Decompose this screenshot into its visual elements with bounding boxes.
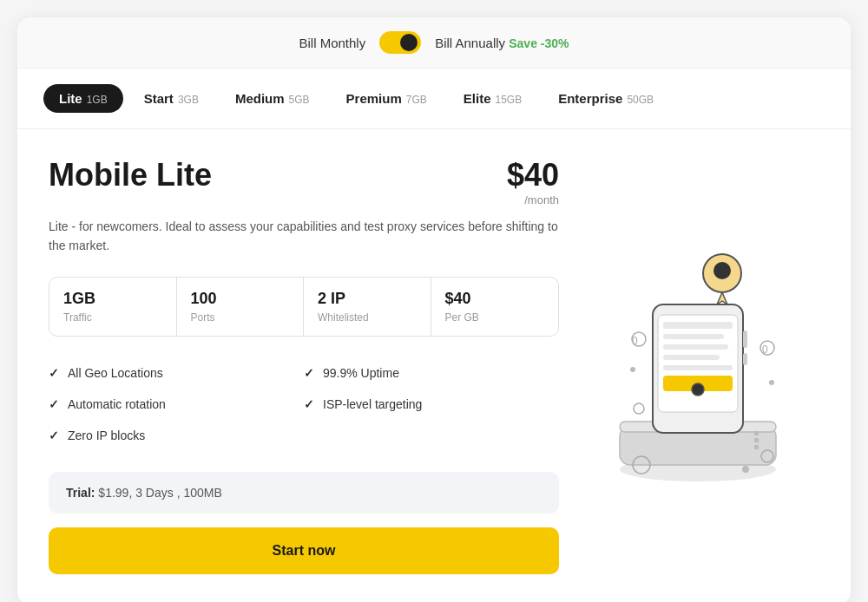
tab-elite[interactable]: Elite 15GB [448,84,537,113]
main-content: Mobile Lite $40 /month Lite - for newcom… [17,129,851,602]
tab-premium-name: Premium [346,91,402,106]
svg-point-26 [742,466,749,473]
toggle-knob [400,34,418,51]
plan-title: Mobile Lite [49,157,212,193]
svg-text:0: 0 [762,344,768,356]
svg-rect-3 [754,431,759,435]
tab-medium[interactable]: Medium 5GB [220,84,326,113]
tab-premium-size: 7GB [406,94,427,106]
stats-grid: 1GB Traffic 100 Ports 2 IP Whitelisted $… [49,277,559,337]
feature-geo-text: All Geo Locations [68,366,163,380]
plan-price-block: $40 /month [507,157,559,206]
svg-rect-15 [743,330,747,348]
stat-pergb: $40 Per GB [431,278,559,336]
svg-point-24 [630,367,635,372]
stat-ports-label: Ports [191,311,290,324]
bill-annually-label: Bill Annually Save -30% [435,36,569,50]
trial-details: $1.99, 3 Days , 100MB [98,486,221,500]
svg-rect-10 [663,344,728,350]
feature-empty [304,420,559,451]
left-content: Mobile Lite $40 /month Lite - for newcom… [49,157,559,574]
svg-rect-11 [663,355,720,360]
plan-description: Lite - for newcomers. Ideal to assess yo… [49,217,559,256]
feature-uptime: ✓ 99.9% Uptime [304,357,559,389]
pricing-card: Bill Monthly Bill Annually Save -30% Lit… [17,17,851,602]
svg-rect-12 [663,365,733,370]
svg-rect-5 [754,445,759,449]
plan-tabs: Lite 1GB Start 3GB Medium 5GB Premium 7G… [17,69,851,129]
svg-point-25 [769,380,774,385]
feature-isp-text: ISP-level targeting [323,397,422,411]
svg-rect-9 [663,334,724,339]
start-button[interactable]: Start now [49,527,559,574]
stat-pergb-value: $40 [445,290,545,308]
svg-point-20 [634,403,644,414]
trial-label: Trial: [66,486,95,500]
stat-traffic-value: 1GB [63,290,162,308]
feature-uptime-text: 99.9% Uptime [323,366,399,380]
check-icon-uptime: ✓ [304,366,314,380]
tab-medium-size: 5GB [289,94,310,106]
tab-lite[interactable]: Lite 1GB [43,84,123,113]
stat-whitelisted: 2 IP Whitelisted [304,278,431,336]
tab-elite-name: Elite [464,91,491,106]
billing-toggle[interactable] [379,31,421,54]
features-grid: ✓ All Geo Locations ✓ 99.9% Uptime ✓ Aut… [49,357,559,451]
check-icon-rotation: ✓ [49,397,59,411]
tab-lite-size: 1GB [87,94,108,106]
tab-elite-size: 15GB [495,94,522,106]
svg-rect-16 [743,353,747,365]
svg-rect-8 [663,322,733,329]
stat-whitelisted-label: Whitelisted [318,311,417,324]
tab-enterprise-size: 50GB [627,94,654,106]
phone-illustration: 0 0 [594,235,802,495]
stat-pergb-label: Per GB [445,311,545,324]
svg-point-18 [713,262,731,279]
check-icon-geo: ✓ [49,366,59,380]
stat-whitelisted-value: 2 IP [318,290,417,308]
feature-isp: ✓ ISP-level targeting [304,389,559,420]
tab-medium-name: Medium [235,91,285,106]
billing-bar: Bill Monthly Bill Annually Save -30% [17,17,851,69]
svg-rect-7 [658,315,738,412]
tab-start-size: 3GB [178,94,199,106]
feature-rotation: ✓ Automatic rotation [49,389,304,420]
tab-lite-name: Lite [59,91,82,106]
stat-ports: 100 Ports [177,278,305,336]
svg-text:0: 0 [632,335,638,347]
stat-traffic-label: Traffic [63,311,162,324]
check-icon-isp: ✓ [304,397,314,411]
plan-header: Mobile Lite $40 /month [49,157,559,206]
feature-geo: ✓ All Geo Locations [49,357,304,389]
svg-rect-4 [754,438,759,442]
tab-premium[interactable]: Premium 7GB [331,84,443,113]
bill-monthly-label: Bill Monthly [299,36,365,50]
feature-ipblocks-text: Zero IP blocks [68,429,145,442]
tab-enterprise[interactable]: Enterprise 50GB [542,84,669,113]
price-period: /month [507,193,559,206]
feature-ipblocks: ✓ Zero IP blocks [49,420,304,451]
stat-ports-value: 100 [191,290,290,308]
check-icon-ipblocks: ✓ [49,429,59,442]
trial-box: Trial: $1.99, 3 Days , 100MB [49,472,559,514]
tab-start-name: Start [144,91,174,106]
save-badge: Save -30% [509,36,569,50]
stat-traffic: 1GB Traffic [49,278,177,336]
tab-start[interactable]: Start 3GB [128,84,214,113]
tab-enterprise-name: Enterprise [558,91,622,106]
price-amount: $40 [507,157,559,193]
svg-point-14 [692,383,704,396]
feature-rotation-text: Automatic rotation [68,397,166,411]
right-content: 0 0 [576,157,819,574]
